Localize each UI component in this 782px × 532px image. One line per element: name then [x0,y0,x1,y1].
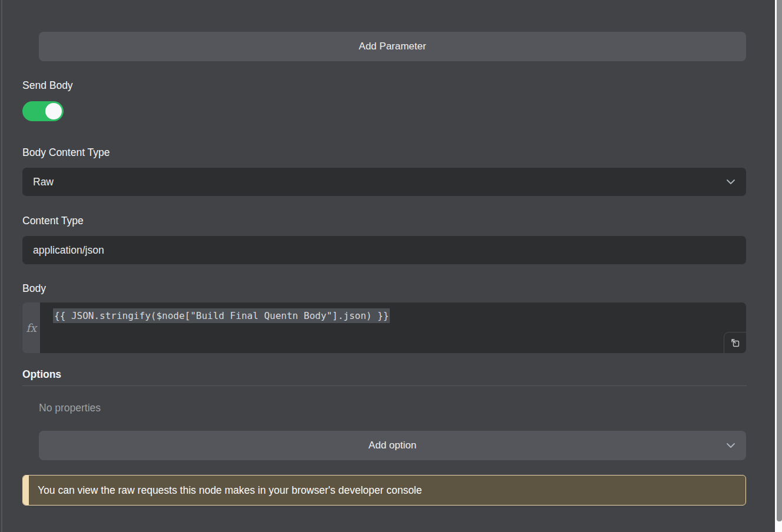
chevron-down-icon [725,176,737,188]
body-content-type-select[interactable]: Raw [22,168,746,196]
body-label: Body [22,283,775,294]
add-parameter-button[interactable]: Add Parameter [39,32,746,61]
content-type-label: Content Type [22,215,775,227]
body-content-type-value: Raw [33,176,54,188]
scrollbar-track[interactable] [775,0,782,532]
node-parameters-panel: Add Parameter Send Body Body Content Typ… [0,0,775,532]
expand-icon [731,338,740,348]
body-expression-field: fx {{ JSON.stringify($node["Build Final … [22,302,746,353]
content-type-input[interactable] [22,236,746,264]
body-expression-value: {{ JSON.stringify($node["Build Final Que… [53,308,390,323]
send-body-toggle[interactable] [22,101,64,121]
add-option-button[interactable]: Add option [39,431,746,460]
options-section-title: Options [22,369,775,380]
expand-expression-button[interactable] [724,332,746,353]
raw-requests-notice: You can view the raw requests this node … [22,475,746,506]
send-body-label: Send Body [22,80,775,91]
add-option-label: Add option [369,440,416,451]
notice-accent-bar [23,476,29,505]
toggle-knob [45,103,62,119]
options-divider [22,385,747,386]
scrollbar-thumb[interactable] [777,0,782,521]
body-content-type-label: Body Content Type [22,147,775,158]
notice-text: You can view the raw requests this node … [29,476,422,505]
fx-expression-icon: fx [22,302,40,353]
no-properties-text: No properties [39,403,775,414]
chevron-down-icon [725,440,737,451]
body-expression-editor[interactable]: {{ JSON.stringify($node["Build Final Que… [40,302,746,353]
